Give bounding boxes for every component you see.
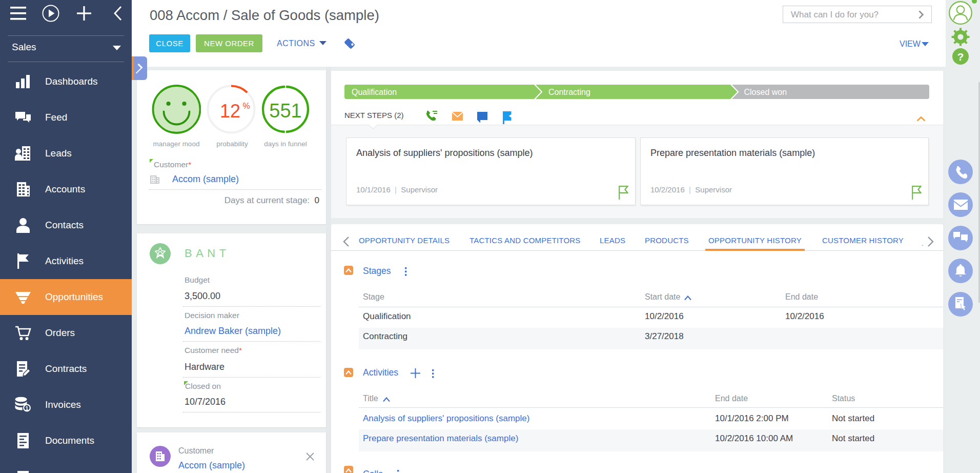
svg-text:Contracting: Contracting [548, 88, 590, 96]
svg-text:551: 551 [269, 100, 301, 122]
svg-text:Qualification: Qualification [352, 88, 397, 96]
svg-text:Closed won: Closed won [744, 88, 787, 96]
svg-text:%: % [243, 102, 250, 110]
svg-text:?: ? [957, 51, 964, 63]
svg-text:1: 1 [26, 405, 29, 411]
svg-text:12: 12 [220, 101, 240, 122]
